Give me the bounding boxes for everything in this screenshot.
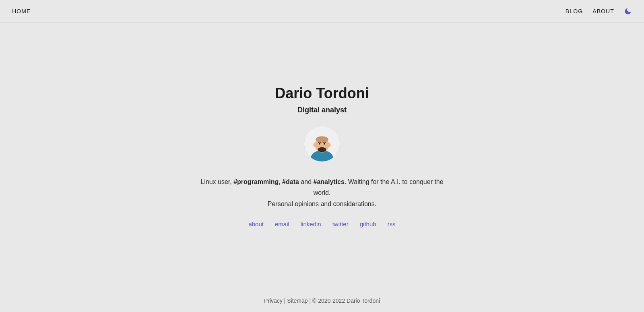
social-email-link[interactable]: email (275, 221, 289, 227)
tag-programming: #programming (233, 178, 279, 185)
social-twitter-link[interactable]: twitter (332, 221, 349, 227)
hero-title: Digital analyst (297, 106, 347, 114)
social-links: about email linkedin twitter github rss (248, 221, 395, 227)
tag-data: #data (282, 178, 299, 185)
social-about-link[interactable]: about (248, 221, 264, 227)
hero-description: Linux user, #programming, #data and #ana… (193, 176, 451, 209)
svg-point-9 (324, 143, 325, 145)
nav-left: HOME (12, 8, 31, 14)
svg-point-5 (318, 147, 326, 152)
svg-point-6 (313, 143, 316, 147)
avatar-illustration (304, 126, 340, 162)
theme-toggle-icon[interactable] (624, 7, 632, 15)
footer-sitemap-link[interactable]: Sitemap (287, 298, 308, 304)
footer-privacy-link[interactable]: Privacy (264, 298, 283, 304)
navbar: HOME BLOG ABOUT (0, 0, 644, 23)
footer-links: Privacy | Sitemap | © 2020-2022 Dario To… (8, 298, 636, 304)
footer-copyright: © 2020-2022 Dario Tordoni (312, 298, 380, 304)
svg-point-4 (316, 136, 328, 143)
svg-point-8 (319, 143, 320, 145)
nav-about-link[interactable]: ABOUT (592, 8, 614, 14)
hero-description-line2: Personal opinions and considerations. (268, 200, 376, 207)
nav-blog-link[interactable]: BLOG (566, 8, 583, 14)
social-github-link[interactable]: github (360, 221, 376, 227)
svg-point-7 (328, 143, 331, 147)
avatar (304, 126, 340, 162)
tag-analytics: #analytics (313, 178, 344, 185)
social-rss-link[interactable]: rss (388, 221, 396, 227)
nav-home-link[interactable]: HOME (12, 8, 31, 14)
footer: Privacy | Sitemap | © 2020-2022 Dario To… (0, 289, 644, 312)
social-linkedin-link[interactable]: linkedin (301, 221, 321, 227)
hero-name: Dario Tordoni (275, 85, 369, 102)
nav-right: BLOG ABOUT (566, 7, 632, 15)
main-content: Dario Tordoni Digital analyst (0, 23, 644, 289)
footer-separator-2: | (309, 298, 312, 304)
hero-section: Dario Tordoni Digital analyst (193, 85, 451, 227)
